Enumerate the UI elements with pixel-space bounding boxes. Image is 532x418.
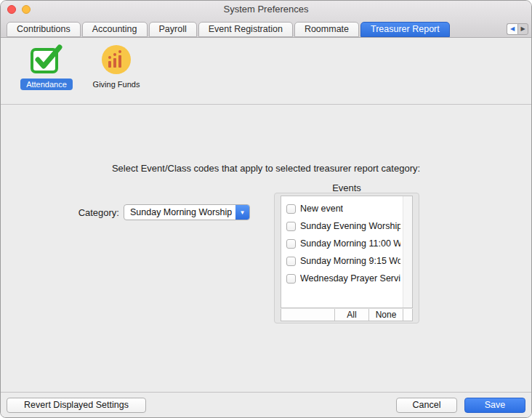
treasurer-report-toolbar: Attendance Giving Funds (1, 37, 531, 105)
tab-roommate[interactable]: Roommate (294, 22, 359, 37)
category-dropdown-value: Sunday Morning Worship (124, 205, 235, 220)
giving-funds-chart-icon (101, 42, 132, 77)
select-all-button[interactable]: All (334, 309, 368, 321)
title-bar[interactable]: System Preferences (1, 1, 531, 18)
event-checkbox[interactable] (286, 274, 296, 284)
event-label: Wednesday Prayer Service (300, 273, 400, 284)
event-row-new-event[interactable]: New event (281, 200, 412, 217)
events-list-title: Events (274, 182, 419, 193)
event-checkbox[interactable] (286, 239, 296, 249)
revert-displayed-settings-button[interactable]: Revert Displayed Settings (7, 398, 146, 413)
event-checkbox[interactable] (286, 222, 296, 231)
instruction-text: Select Event/Class codes that apply to s… (1, 163, 531, 174)
cancel-button[interactable]: Cancel (396, 398, 457, 413)
window-title: System Preferences (1, 1, 531, 18)
preferences-tab-bar: Contributions Accounting Payroll Event R… (7, 22, 451, 37)
event-label: Sunday Morning 11:00 Worship (300, 238, 400, 249)
tab-payroll[interactable]: Payroll (149, 22, 197, 37)
tab-event-registration[interactable]: Event Registration (198, 22, 293, 37)
bottom-bar: Revert Displayed Settings Cancel Save (1, 392, 531, 417)
event-checkbox[interactable] (286, 257, 296, 266)
footer-spacer (403, 309, 412, 321)
events-list: New event Sunday Evening Worship Sunday … (281, 196, 413, 308)
event-label: Sunday Evening Worship (300, 221, 400, 231)
events-group: New event Sunday Evening Worship Sunday … (274, 193, 419, 323)
category-label: Category: (1, 207, 119, 218)
events-scrollbar[interactable] (403, 196, 412, 308)
tab-pager: ◀ ▶ (507, 23, 528, 35)
tab-treasurer-report[interactable]: Treasurer Report (360, 22, 450, 37)
toolbar-item-attendance[interactable]: Attendance (15, 42, 78, 90)
event-row-sunday-morning-915-worship[interactable]: Sunday Morning 9:15 Worship (281, 252, 412, 270)
select-none-button[interactable]: None (368, 309, 403, 321)
window-header: System Preferences Contributions Account… (1, 1, 531, 38)
tab-contributions[interactable]: Contributions (7, 22, 81, 37)
toolbar-item-giving-funds-label: Giving Funds (87, 79, 146, 90)
chevron-down-icon[interactable]: ▼ (235, 205, 249, 220)
attendance-checkmark-icon (29, 42, 64, 77)
toolbar-item-giving-funds[interactable]: Giving Funds (85, 42, 148, 90)
event-checkbox[interactable] (286, 204, 296, 214)
tab-scroll-left-icon[interactable]: ◀ (507, 23, 517, 35)
tab-scroll-right-icon[interactable]: ▶ (517, 23, 528, 35)
event-label: Sunday Morning 9:15 Worship (300, 256, 400, 266)
system-preferences-window: System Preferences Contributions Account… (0, 0, 532, 418)
tab-accounting[interactable]: Accounting (82, 22, 148, 37)
event-row-sunday-morning-1100-worship[interactable]: Sunday Morning 11:00 Worship (281, 235, 412, 252)
toolbar-item-attendance-label: Attendance (20, 79, 73, 90)
event-row-sunday-evening-worship[interactable]: Sunday Evening Worship (281, 217, 412, 235)
category-dropdown[interactable]: Sunday Morning Worship ▼ (124, 204, 250, 220)
save-button[interactable]: Save (464, 398, 525, 413)
events-footer: All None (281, 309, 413, 321)
event-row-wednesday-prayer-service[interactable]: Wednesday Prayer Service (281, 270, 412, 287)
event-label: New event (300, 204, 343, 214)
